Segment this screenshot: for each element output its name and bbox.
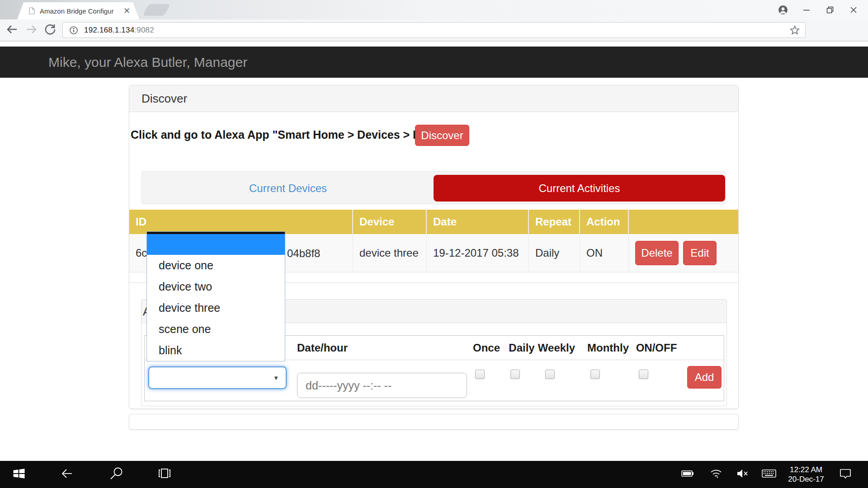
- battery-icon[interactable]: [680, 466, 695, 483]
- weekly-checkbox[interactable]: [545, 370, 555, 379]
- bookmark-star-icon[interactable]: [789, 24, 801, 36]
- tab-title: Amazon Bridge Configur: [40, 7, 116, 15]
- dropdown-option[interactable]: device one: [147, 255, 285, 276]
- label-daily: Daily: [509, 336, 534, 360]
- cell-buttons: Delete Edit: [629, 234, 738, 272]
- volume-muted-icon[interactable]: [735, 466, 750, 483]
- edit-button[interactable]: Edit: [683, 241, 717, 265]
- url-text[interactable]: 192.168.1.134:9082: [84, 26, 154, 35]
- header-id: ID: [129, 210, 353, 234]
- windows-taskbar: 12:22 AM 20-Dec-17: [0, 461, 868, 488]
- web-page: Mike, your Alexa Butler, Manager Discove…: [0, 42, 868, 461]
- cell-action: ON: [580, 234, 629, 272]
- restore-button[interactable]: [818, 0, 842, 19]
- browser-tab-strip: Amazon Bridge Configur ✕: [0, 0, 868, 19]
- clock-date: 20-Dec-17: [783, 474, 829, 484]
- tab-close-icon[interactable]: ✕: [123, 7, 130, 15]
- task-view-icon[interactable]: [157, 466, 172, 483]
- minimize-button[interactable]: [795, 0, 818, 19]
- page-favicon-icon: [28, 7, 35, 14]
- keyboard-icon[interactable]: [761, 466, 777, 483]
- url-host: 192.168.1.134: [84, 26, 134, 34]
- header-action: Action: [580, 210, 629, 234]
- browser-tab[interactable]: Amazon Bridge Configur ✕: [17, 2, 139, 19]
- cell-id-end: 04b8f8: [287, 234, 320, 272]
- window-controls: [771, 0, 865, 19]
- back-icon[interactable]: [5, 23, 19, 38]
- label-onoff: ON/OFF: [636, 336, 677, 360]
- onoff-checkbox[interactable]: [639, 370, 648, 379]
- cell-date: 19-12-2017 05:38: [427, 234, 529, 272]
- label-weekly: Weekly: [538, 336, 575, 360]
- info-icon[interactable]: [69, 26, 78, 35]
- forward-icon[interactable]: [24, 23, 38, 38]
- screen: Amazon Bridge Configur ✕: [0, 0, 868, 488]
- header-device: Device: [353, 210, 427, 234]
- dropdown-option[interactable]: device two: [147, 276, 285, 297]
- dropdown-option-selected[interactable]: [147, 234, 285, 255]
- search-icon[interactable]: [109, 466, 124, 483]
- clock-time: 12:22 AM: [783, 465, 829, 474]
- browser-toolbar: 192.168.1.134:9082 M+ off: [0, 19, 868, 42]
- cell-id-start: 6c: [136, 247, 147, 259]
- header-buttons: [629, 210, 738, 234]
- device-select[interactable]: ▼: [148, 366, 287, 389]
- profile-icon[interactable]: [771, 0, 795, 19]
- tab-current-devices[interactable]: Current Devices: [142, 172, 434, 205]
- dropdown-option[interactable]: scene one: [147, 319, 285, 340]
- cell-device: device three: [353, 234, 427, 272]
- daily-checkbox[interactable]: [510, 370, 520, 379]
- discover-button[interactable]: Discover: [415, 125, 469, 146]
- tab-current-activities[interactable]: Current Activities: [434, 175, 725, 202]
- dropdown-option[interactable]: device three: [147, 297, 285, 319]
- wifi-icon[interactable]: [708, 466, 724, 483]
- close-button[interactable]: [842, 0, 865, 19]
- date-hour-input[interactable]: [297, 373, 467, 398]
- empty-bottom-panel: [129, 414, 739, 430]
- site-title: Mike, your Alexa Butler, Manager: [48, 47, 247, 78]
- dropdown-arrow-icon: ▼: [273, 375, 279, 381]
- tabs-box: Current Devices Current Activities: [142, 171, 726, 204]
- header-repeat: Repeat: [529, 210, 580, 234]
- delete-button[interactable]: Delete: [635, 241, 679, 265]
- discover-panel-title: Discover: [129, 85, 738, 112]
- label-date-hour: Date/hour: [297, 336, 348, 360]
- device-select-dropdown: device one device two device three scene…: [146, 231, 285, 361]
- new-tab-button[interactable]: [142, 4, 170, 16]
- table-header-row: ID Device Date Repeat Action: [129, 210, 738, 234]
- taskbar-clock[interactable]: 12:22 AM 20-Dec-17: [783, 465, 829, 484]
- once-checkbox[interactable]: [475, 370, 485, 379]
- reload-icon[interactable]: [44, 23, 57, 38]
- start-button-windows-icon[interactable]: [12, 466, 26, 483]
- dropdown-option[interactable]: blink: [147, 340, 285, 361]
- url-port: :9082: [134, 26, 154, 34]
- label-once: Once: [473, 336, 500, 360]
- cell-repeat: Daily: [529, 234, 580, 272]
- add-button[interactable]: Add: [687, 366, 722, 389]
- address-bar[interactable]: 192.168.1.134:9082: [62, 22, 806, 38]
- monthly-checkbox[interactable]: [590, 370, 600, 379]
- taskbar-back-icon[interactable]: [59, 466, 75, 483]
- label-monthly: Monthly: [587, 336, 629, 360]
- site-navbar: Mike, your Alexa Butler, Manager: [0, 47, 868, 78]
- action-center-icon[interactable]: [838, 466, 853, 483]
- header-date: Date: [427, 210, 529, 234]
